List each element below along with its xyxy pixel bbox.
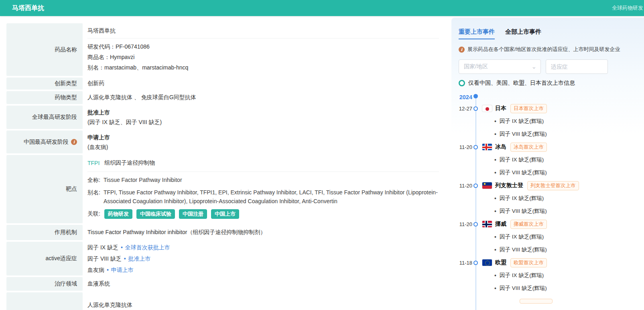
table-row: 治疗领域 血液系统: [6, 277, 445, 291]
eu-flag-icon: [482, 259, 492, 266]
row-label: [6, 292, 83, 310]
first-launch-tag: 挪威首次上市: [510, 220, 547, 229]
relation-tag-drug-rd[interactable]: 药物研发: [104, 209, 132, 219]
target-fullname-key: 全称:: [87, 175, 104, 184]
target-relation-key: 关联:: [87, 210, 100, 218]
trade-name: 商品名：Hympavzi: [87, 53, 439, 61]
table-row: 创新类型 创新药: [6, 78, 445, 90]
alias-names: 别名：marstacimab、marstacimab-hncq: [87, 63, 439, 72]
timeline-entry: 11-18 欧盟 欧盟首次上市 因子 IX 缺乏(辉瑞) 因子 VIII 缺乏(…: [459, 256, 636, 295]
country-name: 挪威: [495, 220, 506, 228]
iceland-flag-icon: [482, 143, 492, 151]
event-indication: 因子 VIII 缺乏(辉瑞): [494, 205, 636, 218]
indication-status-link[interactable]: 批准上市: [122, 255, 151, 262]
indication-input[interactable]: [546, 59, 608, 74]
target-fullname: Tissue Factor Pathway Inhibitor: [104, 175, 439, 184]
drug-info-table: 药品名称 马塔西单抗 研发代码：PF-06741086 商品名：Hympavzi…: [6, 23, 445, 310]
drug-name: 马塔西单抗: [87, 23, 439, 38]
first-launch-tag: 欧盟首次上市: [510, 258, 547, 267]
target-alias: TFPI, Tissue Factor Pathway Inhibitor, T…: [104, 188, 439, 206]
indication-name: 因子 IX 缺乏: [87, 244, 118, 251]
indication-status-link[interactable]: 全球首次获批上市: [118, 244, 170, 251]
country-name: 列支敦士登: [495, 182, 523, 189]
table-row: active适应症 因子 IX 缺乏全球首次获批上市 因子 VIII 缺乏批准上…: [6, 242, 445, 275]
timeline-entry: 11-20 挪威 挪威首次上市 因子 IX 缺乏(辉瑞) 因子 VIII 缺乏(…: [459, 218, 636, 256]
event-indication: 因子 IX 缺乏(辉瑞): [494, 192, 636, 205]
table-row: 中国最高研发阶段 i 申请上市 (血友病): [6, 131, 445, 153]
next-entry-tag-partial: [520, 299, 553, 304]
main-content: 药品名称 马塔西单抗 研发代码：PF-06741086 商品名：Hympavzi…: [0, 16, 644, 310]
china-stage: 申请上市: [87, 133, 439, 142]
timeline-entry: 11-20 列支敦士登 列支敦士登首次上市 因子 IX 缺乏(辉瑞) 因子 VI…: [459, 179, 636, 218]
tab-all-events[interactable]: 全部上市事件: [505, 28, 541, 39]
timeline-entry: 11-20 冰岛 冰岛首次上市 因子 IX 缺乏(辉瑞) 因子 VIII 缺乏(…: [459, 141, 636, 179]
antibody-type: 人源化单克隆抗体: [87, 298, 439, 310]
table-row: 靶点 TFPI 组织因子途径抑制物 全称: Tissue Factor Path…: [6, 155, 445, 223]
row-value: 批准上市 (因子 IX 缺乏、因子 VIII 缺乏): [83, 106, 445, 129]
table-row: 全球最高研发阶段 批准上市 (因子 IX 缺乏、因子 VIII 缺乏): [6, 106, 445, 129]
country-select[interactable]: 国家/地区 ⌄: [459, 59, 541, 74]
indication-name: 血友病: [87, 267, 104, 273]
portal-name[interactable]: 全球药物研发: [612, 4, 643, 12]
event-indication: 因子 IX 缺乏(辉瑞): [494, 115, 636, 128]
event-date: 11-20: [459, 144, 472, 150]
target-name-cn: 组织因子途径抑制物: [104, 159, 155, 167]
radio-label: 仅看中国、美国、欧盟、日本首次上市信息: [468, 80, 575, 87]
event-indication: 因子 VIII 缺乏(辉瑞): [494, 128, 636, 141]
panel-note: i 展示药品在各个国家/地区首次批准的适应症、上市时间及研发企业: [459, 46, 636, 53]
first-launch-tag: 日本首次上市: [510, 104, 547, 113]
row-label: 药品名称: [6, 23, 83, 76]
first-launch-tag: 冰岛首次上市: [510, 143, 547, 152]
japan-flag-icon: [482, 105, 492, 112]
row-label: 作用机制: [6, 225, 83, 240]
first-launch-tag: 列支敦士登首次上市: [527, 181, 579, 190]
event-indication: 因子 VIII 缺乏(辉瑞): [494, 282, 636, 295]
row-label: 全球最高研发阶段: [6, 106, 83, 129]
info-icon[interactable]: i: [71, 139, 77, 145]
timeline-year-dot: [473, 94, 478, 98]
row-value: 因子 IX 缺乏全球首次获批上市 因子 VIII 缺乏批准上市 血友病申请上市: [83, 242, 445, 275]
china-stage-scope: (血友病): [87, 142, 439, 152]
timeline-year-row: 2024: [459, 92, 636, 102]
target-symbol-link[interactable]: TFPI: [87, 160, 100, 166]
liechtenstein-flag-icon: [482, 182, 492, 189]
event-indication: 因子 IX 缺乏(辉瑞): [494, 230, 636, 243]
norway-flag-icon: [482, 220, 492, 228]
events-tabs: 重要上市事件 全部上市事件: [459, 28, 636, 39]
country-select-placeholder: 国家/地区: [464, 63, 488, 70]
dev-code: 研发代码：PF-06741086: [87, 42, 439, 51]
table-row: 药物类型 人源化单克隆抗体 、 免疫球蛋白G同型抗体: [6, 91, 445, 104]
event-date: 12-27: [459, 106, 472, 112]
timeline-node: [473, 261, 478, 265]
radio-button[interactable]: [459, 80, 465, 86]
global-stage-scope: (因子 IX 缺乏、因子 VIII 缺乏): [87, 117, 439, 127]
table-row: 人源化单克隆抗体 免疫球蛋白G同型抗体: [6, 292, 445, 310]
target-alias-key: 别名:: [87, 188, 104, 206]
row-value: 马塔西单抗 研发代码：PF-06741086 商品名：Hympavzi 别名：m…: [83, 23, 445, 76]
relation-tag-cn-clinical[interactable]: 中国临床试验: [136, 209, 175, 219]
event-date: 11-20: [459, 221, 472, 227]
indication-status-link[interactable]: 申请上市: [104, 267, 134, 273]
country-name: 冰岛: [495, 143, 506, 151]
event-indication: 因子 IX 缺乏(辉瑞): [494, 269, 636, 282]
tab-important-events[interactable]: 重要上市事件: [459, 28, 495, 39]
launch-timeline: 2024 12-27 日本 日本首次上市 因子 IX 缺乏(辉瑞) 因子 VII…: [459, 92, 636, 304]
major-regions-filter: 仅看中国、美国、欧盟、日本首次上市信息: [459, 80, 636, 87]
country-name: 日本: [495, 105, 506, 112]
timeline-node: [473, 106, 478, 111]
event-filters: 国家/地区 ⌄: [459, 59, 636, 74]
relation-tag-cn-registration[interactable]: 中国注册: [179, 209, 207, 219]
row-label: 中国最高研发阶段 i: [6, 131, 83, 153]
row-label: active适应症: [6, 242, 83, 275]
row-value: 创新药: [83, 78, 445, 90]
event-indication: 因子 VIII 缺乏(辉瑞): [494, 166, 636, 179]
row-value: 人源化单克隆抗体 免疫球蛋白G同型抗体: [83, 292, 445, 310]
table-row: 药品名称 马塔西单抗 研发代码：PF-06741086 商品名：Hympavzi…: [6, 23, 445, 76]
timeline-year: 2024: [459, 94, 472, 100]
relation-tag-cn-market[interactable]: 中国上市: [211, 209, 239, 219]
event-indication: 因子 VIII 缺乏(辉瑞): [494, 243, 636, 256]
row-label: 创新类型: [6, 78, 83, 90]
divider: [87, 171, 439, 172]
row-value: TFPI 组织因子途径抑制物 全称: Tissue Factor Pathway…: [83, 155, 445, 223]
country-name: 欧盟: [495, 259, 506, 266]
